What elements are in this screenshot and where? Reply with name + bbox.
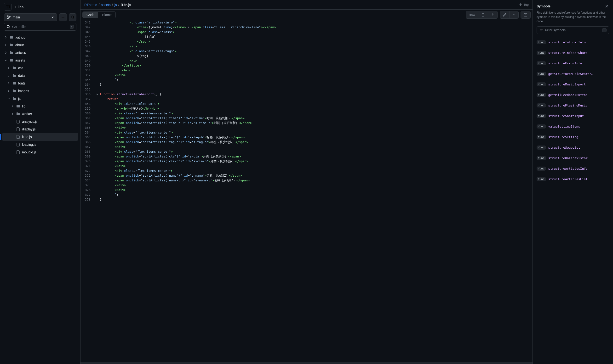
line-number[interactable]: 369 xyxy=(81,154,95,159)
line-number[interactable]: 358 xyxy=(81,102,95,106)
code-line[interactable]: 354} xyxy=(81,82,532,87)
code-line[interactable]: 363 </div> xyxy=(81,125,532,130)
collapse-sidebar-button[interactable] xyxy=(4,3,12,11)
line-number[interactable]: 348 xyxy=(81,54,95,58)
code-line[interactable]: 366 <span onclick="sortArticles('tag-b')… xyxy=(81,140,532,144)
symbol-item[interactable]: funcvalueSettingItems xyxy=(537,121,609,132)
symbol-item[interactable]: funcstructureErrorInfo xyxy=(537,58,609,68)
breadcrumb-link[interactable]: RTheme xyxy=(84,3,97,7)
line-number[interactable]: 364 xyxy=(81,130,95,135)
line-number[interactable]: 346 xyxy=(81,44,95,49)
line-number[interactable]: 350 xyxy=(81,63,95,68)
code-line[interactable]: 359 <br><h4>排序方式</h4><br> xyxy=(81,106,532,111)
code-line[interactable]: 349 </p> xyxy=(81,58,532,63)
tree-item-data[interactable]: data xyxy=(2,72,78,79)
line-number[interactable]: 372 xyxy=(81,169,95,173)
line-number[interactable]: 343 xyxy=(81,30,95,34)
code-line[interactable]: 373 <span onclick="sortArticles('name')"… xyxy=(81,173,532,178)
code-line[interactable]: 376 </div> xyxy=(81,188,532,192)
symbol-item[interactable]: funcstructureSetting xyxy=(537,132,609,142)
copy-button[interactable] xyxy=(478,11,488,18)
line-number[interactable]: 378 xyxy=(81,197,95,202)
symbol-item[interactable]: funcstructureArticlesList xyxy=(537,174,609,184)
code-line[interactable]: 361 <span onclick="sortArticles('time')"… xyxy=(81,116,532,121)
add-file-button[interactable] xyxy=(59,13,67,21)
line-number[interactable]: 349 xyxy=(81,58,95,63)
code-line[interactable]: 353 `; xyxy=(81,78,532,82)
line-number[interactable]: 354 xyxy=(81,82,95,87)
line-number[interactable]: 367 xyxy=(81,144,95,149)
breadcrumb-link[interactable]: assets xyxy=(101,3,110,7)
line-number[interactable]: 374 xyxy=(81,178,95,183)
line-number[interactable]: 363 xyxy=(81,125,95,130)
tree-item-analysis-js[interactable]: analysis.js xyxy=(2,118,78,125)
symbol-item[interactable]: funcstructureArticlesInfo xyxy=(537,163,609,174)
code-line[interactable]: 357 return ` xyxy=(81,97,532,102)
code-line[interactable]: 368 <div class="flex-items-center"> xyxy=(81,149,532,154)
tree-item-lib[interactable]: lib xyxy=(2,103,78,110)
line-number[interactable]: 373 xyxy=(81,173,95,178)
tab-code[interactable]: Code xyxy=(83,12,98,18)
scroll-to-top-link[interactable]: Top xyxy=(519,3,529,6)
line-number[interactable]: 357 xyxy=(81,97,95,102)
code-line[interactable]: 352 </div> xyxy=(81,73,532,78)
tree-item-about[interactable]: about xyxy=(2,41,78,49)
branch-select[interactable]: main xyxy=(4,13,57,21)
symbol-item[interactable]: funcstructureSwapList xyxy=(537,142,609,153)
breadcrumb-link[interactable]: js xyxy=(114,3,117,7)
symbol-item[interactable]: funcgetstructureMusicSearch… xyxy=(537,68,609,79)
tree-item-js[interactable]: js xyxy=(2,95,78,103)
tree-item-images[interactable]: images xyxy=(2,87,78,95)
code-viewer[interactable]: 341 <p class="articles-info">342 <time>$… xyxy=(81,20,532,364)
line-number[interactable]: 361 xyxy=(81,116,95,121)
code-line[interactable]: 377 `; xyxy=(81,192,532,197)
symbol-item[interactable]: funcstructureInfobarShare xyxy=(537,47,609,58)
code-line[interactable]: 347 <p class="articles-tags"> xyxy=(81,49,532,54)
symbol-item[interactable]: funcstructureMusicExport xyxy=(537,79,609,90)
line-number[interactable]: 356 xyxy=(81,92,95,97)
code-line[interactable]: 369 <span onclick="sortArticles('cla')" … xyxy=(81,154,532,159)
tree-item-fonts[interactable]: fonts xyxy=(2,79,78,87)
code-line[interactable]: 341 <p class="articles-info"> xyxy=(81,20,532,25)
line-number[interactable]: 377 xyxy=(81,192,95,197)
code-line[interactable]: 362 <span onclick="sortArticles('time-b'… xyxy=(81,121,532,125)
code-line[interactable]: 374 <span onclick="sortArticles('name-b'… xyxy=(81,178,532,183)
code-line[interactable]: 370 <span onclick="sortArticles('cla-b')… xyxy=(81,159,532,164)
code-line[interactable]: 344 ${cla} xyxy=(81,34,532,39)
code-line[interactable]: 372 <div class="flex-items-center"> xyxy=(81,169,532,173)
line-number[interactable]: 342 xyxy=(81,25,95,30)
code-line[interactable]: 351 <hr> xyxy=(81,68,532,73)
line-number[interactable]: 362 xyxy=(81,121,95,125)
symbol-item[interactable]: funcstructureOnlineVistor xyxy=(537,153,609,163)
line-number[interactable]: 341 xyxy=(81,20,95,25)
edit-dropdown-button[interactable] xyxy=(510,11,518,18)
symbol-item[interactable]: funcstructureInfobarInfo xyxy=(537,37,609,47)
code-line[interactable]: 342 <time>${model.time}</time> • <span c… xyxy=(81,25,532,30)
tree-item-css[interactable]: css xyxy=(2,64,78,72)
tree-item-display-js[interactable]: display.js xyxy=(2,125,78,133)
line-number[interactable]: 355 xyxy=(81,87,95,92)
code-line[interactable]: 356function structureInfobarSort() { xyxy=(81,92,532,97)
tab-blame[interactable]: Blame xyxy=(98,12,115,18)
symbol-item[interactable]: funcgetMailFeedbackButton xyxy=(537,90,609,100)
line-number[interactable]: 376 xyxy=(81,188,95,192)
line-number[interactable]: 352 xyxy=(81,73,95,78)
code-line[interactable]: 355 xyxy=(81,87,532,92)
search-button[interactable] xyxy=(69,13,76,21)
tree-item-articles[interactable]: articles xyxy=(2,49,78,56)
tree-item-i18n-js[interactable]: i18n.js xyxy=(2,133,78,141)
raw-button[interactable]: Raw xyxy=(466,11,478,18)
code-line[interactable]: 378} xyxy=(81,197,532,202)
tree-item-assets[interactable]: assets xyxy=(2,56,78,64)
line-number[interactable]: 366 xyxy=(81,140,95,144)
symbols-toggle-button[interactable] xyxy=(521,11,530,18)
fold-toggle[interactable] xyxy=(95,92,100,97)
line-number[interactable]: 368 xyxy=(81,149,95,154)
code-line[interactable]: 364 <div class="flex-items-center"> xyxy=(81,130,532,135)
edit-button[interactable] xyxy=(500,11,510,18)
tree-item--github[interactable]: .github xyxy=(2,34,78,41)
code-line[interactable]: 371 </div> xyxy=(81,164,532,169)
line-number[interactable]: 351 xyxy=(81,68,95,73)
code-line[interactable]: 350 </article> xyxy=(81,63,532,68)
symbol-item[interactable]: funcstructurePlayingMusic xyxy=(537,100,609,111)
